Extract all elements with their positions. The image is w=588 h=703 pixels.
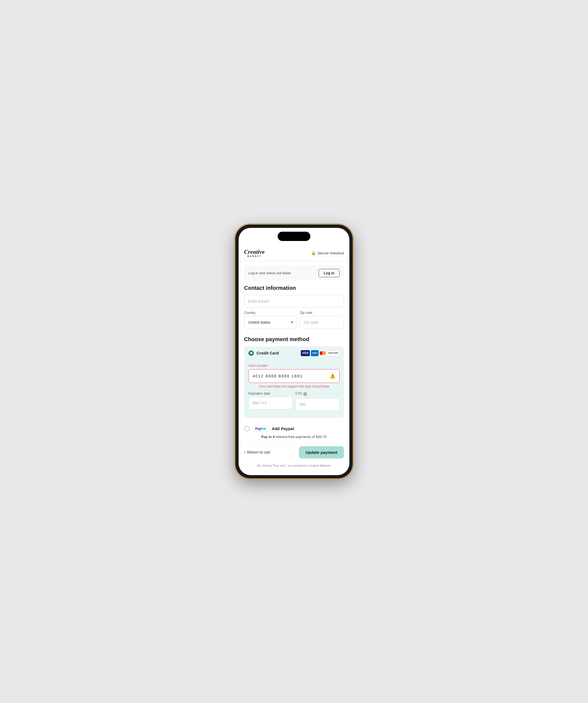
pay-in-4-text: Pay in 4 interest-free payments of $45.7… [244, 435, 344, 439]
cvv-help-icon[interactable]: ? [303, 392, 307, 396]
payment-title: Choose payment method [244, 336, 344, 342]
paypal-radio[interactable] [244, 426, 249, 432]
cvv-label: CVV [295, 392, 302, 395]
login-button[interactable]: Log in [318, 269, 340, 277]
exp-cvv-row: Expiration date CVV ? [248, 392, 340, 414]
paypal-logo: PayPal [253, 425, 268, 432]
expiration-field-group: Expiration date [248, 392, 293, 411]
legal-text: By clicking "Pay now," you accept the Cr… [239, 462, 349, 472]
screen-content: Creative MARKET 🔒 Secure checkout Log in… [239, 228, 349, 475]
cvv-input[interactable] [295, 398, 340, 411]
payment-section: Choose payment method Credit Card VISA A… [239, 336, 349, 439]
email-input[interactable] [244, 295, 344, 308]
email-field-group [244, 295, 344, 308]
country-select[interactable]: United states [244, 316, 297, 329]
mastercard-logo [320, 350, 326, 356]
login-banner-text: Log in and check out faster [248, 271, 291, 275]
credit-card-option[interactable]: Credit Card VISA AMEX DISCOVER [244, 346, 344, 360]
update-payment-button[interactable]: Update payment [299, 446, 344, 459]
visa-logo: VISA [301, 350, 310, 356]
header: Creative MARKET 🔒 Secure checkout [239, 244, 349, 261]
zip-label: Zip code [300, 311, 344, 315]
logo: Creative MARKET [244, 249, 265, 258]
paypal-option[interactable]: PayPal Add Paypal [244, 422, 344, 435]
secure-checkout: 🔒 Secure checkout [311, 251, 344, 255]
country-zip-row: Country United states ▼ Zip code [244, 311, 344, 332]
credit-card-radio[interactable] [248, 350, 254, 356]
dynamic-island [278, 232, 310, 241]
radio-inner [250, 352, 252, 354]
card-details: Card number 4012 8888 8888 1881 ⚠️ Your … [244, 360, 344, 418]
chevron-left-icon: ‹ [244, 450, 245, 455]
contact-section: Contact information Country United state… [239, 285, 349, 332]
credit-card-left: Credit Card [248, 350, 279, 356]
card-logos: VISA AMEX DISCOVER [301, 350, 340, 356]
expiration-label: Expiration date [248, 392, 293, 395]
warning-icon: ⚠️ [329, 373, 336, 379]
card-number-value[interactable]: 4012 8888 8888 1881 [252, 374, 303, 378]
card-number-row: 4012 8888 8888 1881 ⚠️ [248, 369, 340, 383]
lock-icon: 🔒 [311, 251, 316, 255]
phone-frame: Creative MARKET 🔒 Secure checkout Log in… [235, 225, 353, 478]
discover-logo: DISCOVER [327, 350, 340, 356]
phone-screen: Creative MARKET 🔒 Secure checkout Log in… [239, 228, 349, 475]
amex-logo: AMEX [311, 350, 318, 356]
zip-input[interactable] [300, 316, 344, 329]
contact-title: Contact information [244, 285, 344, 291]
country-field-group: Country United states ▼ [244, 311, 297, 329]
cvv-label-row: CVV ? [295, 392, 340, 397]
card-error-text: Your card does not support this type of … [248, 385, 340, 388]
card-number-label: Card number [248, 364, 340, 368]
cvv-field-group: CVV ? [295, 392, 340, 411]
country-label: Country [244, 311, 297, 315]
country-select-wrapper: United states ▼ [244, 316, 297, 329]
return-to-cart-link[interactable]: ‹ Return to cart [244, 450, 270, 455]
credit-card-label: Credit Card [256, 351, 279, 355]
zip-field-group: Zip code [300, 311, 344, 329]
paypal-label: Add Paypal [272, 426, 294, 431]
expiration-input[interactable] [248, 397, 293, 409]
login-banner: Log in and check out faster Log in [244, 265, 344, 281]
bottom-bar: ‹ Return to cart Update payment [239, 443, 349, 462]
